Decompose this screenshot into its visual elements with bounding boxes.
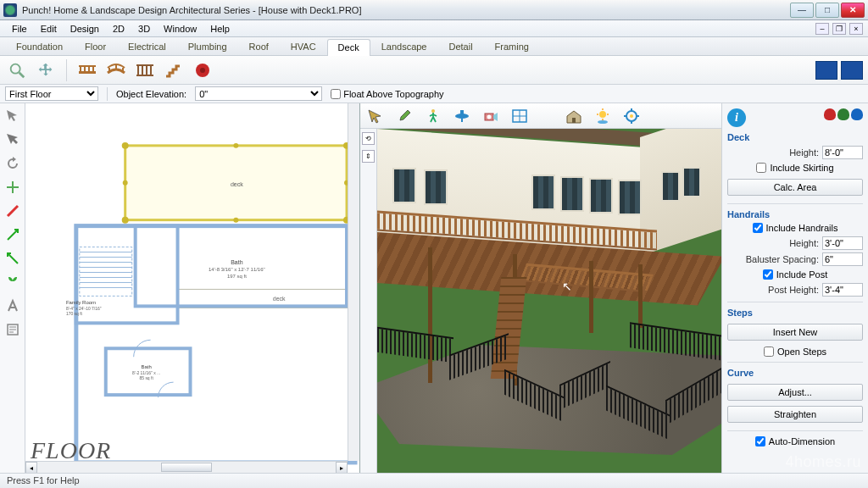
handrail-height-input[interactable]	[822, 236, 863, 250]
close-button[interactable]: ✕	[841, 3, 865, 18]
straighten-button[interactable]: Straighten	[727, 406, 863, 423]
svg-rect-40	[136, 226, 347, 307]
svg-point-34	[123, 180, 128, 186]
section-curve: Curve	[727, 368, 863, 378]
auto-dimension-checkbox[interactable]	[755, 436, 765, 446]
svg-text:85 sq ft: 85 sq ft	[139, 375, 153, 380]
adjust-button[interactable]: Adjust...	[727, 384, 863, 401]
render-settings-icon[interactable]	[621, 107, 642, 125]
camera-target-icon[interactable]	[481, 107, 501, 125]
walk-icon[interactable]	[423, 107, 443, 125]
svg-point-30	[122, 217, 129, 224]
line-tool-icon[interactable]	[3, 202, 22, 220]
pan-tool-icon[interactable]	[34, 59, 58, 81]
room-view-icon[interactable]	[509, 107, 530, 125]
open-steps-checkbox[interactable]	[764, 347, 774, 357]
menu-2d[interactable]: 2D	[106, 22, 131, 36]
mdi-close-icon[interactable]: ×	[849, 23, 863, 35]
text-tool-icon[interactable]	[3, 297, 22, 315]
svg-text:170 sq ft: 170 sq ft	[66, 311, 83, 316]
tab-landscape[interactable]: Landscape	[370, 38, 438, 55]
include-post-checkbox[interactable]	[763, 269, 773, 280]
status-text: Press F1 for Help	[7, 475, 80, 485]
import-tool-icon[interactable]	[3, 225, 22, 244]
svg-rect-69	[572, 118, 576, 123]
object-color-icons[interactable]	[824, 108, 863, 127]
tab-deck[interactable]: Deck	[327, 39, 370, 56]
select-tool-icon[interactable]	[3, 107, 22, 125]
rotate-tool-icon[interactable]	[3, 154, 22, 173]
tab-detail[interactable]: Detail	[437, 38, 483, 55]
tab-framing[interactable]: Framing	[484, 38, 540, 55]
view-layout-2-icon[interactable]	[841, 61, 863, 80]
plan-v-scrollbar[interactable]	[348, 103, 359, 461]
main-toolbar	[0, 56, 868, 85]
view-slider-icon[interactable]: ⇕	[362, 150, 375, 163]
deck-hardware-icon[interactable]	[191, 59, 214, 81]
move-tool-icon[interactable]	[3, 130, 22, 149]
deck-height-input[interactable]	[822, 146, 863, 159]
plan-2d-viewport[interactable]: deck deck Bath 14'-8 3/16" x 12'-7 11/16…	[25, 103, 360, 473]
export-tool-icon[interactable]	[3, 249, 22, 268]
svg-rect-62	[460, 110, 464, 114]
note-tool-icon[interactable]	[3, 320, 22, 339]
tab-electrical[interactable]: Electrical	[117, 38, 177, 55]
tab-roof[interactable]: Roof	[238, 38, 280, 55]
tab-hvac[interactable]: HVAC	[280, 38, 327, 55]
railing-icon[interactable]	[133, 59, 157, 81]
svg-text:197 sq ft: 197 sq ft	[227, 274, 247, 279]
fly-icon[interactable]	[452, 107, 472, 125]
tab-floor[interactable]: Floor	[74, 38, 117, 55]
tab-plumbing[interactable]: Plumbing	[177, 38, 238, 55]
deck-curved-icon[interactable]	[104, 59, 128, 81]
mdi-minimize-icon[interactable]: –	[815, 23, 829, 35]
insert-new-button[interactable]: Insert New	[727, 324, 863, 341]
view-3d-side-strip: ⟲ ⇕	[360, 129, 377, 473]
info-icon[interactable]: i	[727, 108, 746, 127]
svg-line-21	[8, 206, 18, 216]
svg-rect-42	[80, 247, 132, 297]
svg-point-33	[233, 218, 238, 223]
calc-area-button[interactable]: Calc. Area	[727, 179, 863, 196]
lighting-icon[interactable]	[593, 107, 613, 125]
baluster-spacing-input[interactable]	[822, 252, 863, 266]
left-tool-strip	[0, 103, 25, 473]
svg-rect-63	[461, 119, 463, 122]
maximize-button[interactable]: □	[815, 3, 839, 18]
svg-point-65	[487, 114, 492, 119]
menu-3d[interactable]: 3D	[131, 22, 157, 36]
view-layout-1-icon[interactable]	[815, 61, 837, 80]
menu-help[interactable]: Help	[203, 22, 236, 36]
menu-window[interactable]: Window	[157, 22, 203, 36]
svg-text:deck: deck	[273, 296, 286, 302]
menu-file[interactable]: File	[5, 22, 34, 36]
svg-text:Bath: Bath	[141, 364, 151, 369]
minimize-button[interactable]: —	[790, 3, 814, 18]
plant-tool-icon[interactable]	[3, 273, 22, 291]
dimension-tool-icon[interactable]	[3, 178, 22, 197]
elevation-combo[interactable]: 0"	[195, 86, 322, 101]
pointer-3d-icon[interactable]	[365, 107, 386, 125]
include-handrails-checkbox[interactable]	[753, 223, 763, 233]
include-skirting-checkbox[interactable]	[756, 163, 766, 173]
house-view-icon[interactable]	[564, 107, 584, 125]
title-bar: Punch! Home & Landscape Design Architect…	[0, 0, 868, 20]
mdi-restore-icon[interactable]: ❐	[832, 23, 846, 35]
status-bar: Press F1 for Help	[0, 473, 868, 488]
menu-design[interactable]: Design	[64, 22, 106, 36]
floor-select[interactable]: First Floor	[5, 86, 98, 101]
view-reset-icon[interactable]: ⟲	[362, 132, 375, 145]
zoom-tool-icon[interactable]	[5, 59, 29, 81]
category-tabs: Foundation Floor Electrical Plumbing Roo…	[0, 37, 868, 56]
eyedropper-icon[interactable]	[394, 107, 415, 125]
menu-edit[interactable]: Edit	[34, 22, 64, 36]
float-topography-checkbox[interactable]: Float Above Topography	[331, 89, 443, 99]
baluster-spacing-label: Baluster Spacing:	[727, 254, 819, 264]
deck-straight-icon[interactable]	[75, 59, 99, 81]
svg-point-60	[431, 109, 435, 113]
render-3d-viewport[interactable]: ↖	[377, 129, 721, 473]
plan-h-scrollbar[interactable]: ◂▸	[25, 461, 348, 473]
post-height-input[interactable]	[822, 283, 863, 297]
tab-foundation[interactable]: Foundation	[5, 38, 74, 55]
stairs-icon[interactable]	[162, 59, 186, 81]
